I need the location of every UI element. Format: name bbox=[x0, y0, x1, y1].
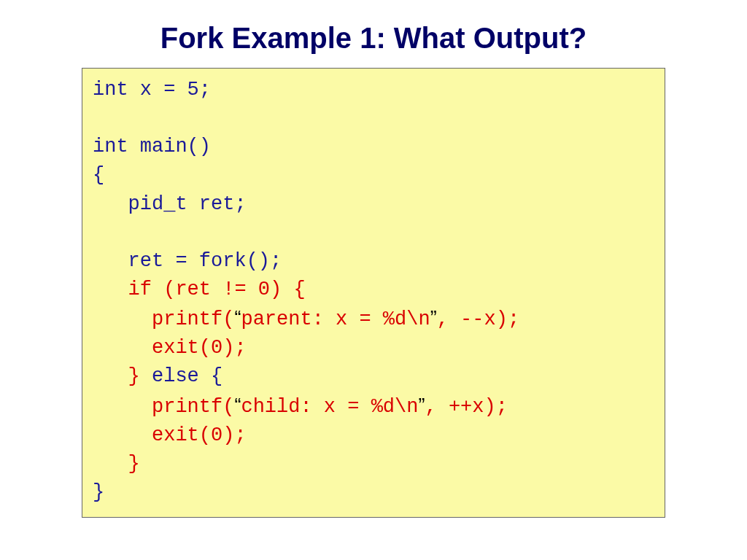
code-line: { bbox=[93, 164, 104, 186]
code-line: } else { bbox=[93, 365, 222, 387]
code-line: printf(“parent: x = %d\n”, --x); bbox=[93, 308, 519, 330]
code-line: exit(0); bbox=[93, 337, 247, 359]
code-line: } bbox=[93, 481, 104, 503]
code-line: pid_t ret; bbox=[93, 193, 247, 215]
code-line: if (ret != 0) { bbox=[93, 279, 306, 300]
code-line: exit(0); bbox=[93, 424, 247, 446]
code-line: int x = 5; bbox=[93, 79, 211, 101]
slide: Fork Example 1: What Output? int x = 5; … bbox=[0, 0, 747, 560]
code-line: printf(“child: x = %d\n”, ++x); bbox=[93, 396, 508, 418]
code-line: int main() bbox=[93, 136, 211, 158]
code-block: int x = 5; int main() { pid_t ret; ret =… bbox=[82, 68, 665, 518]
code-line: ret = fork(); bbox=[93, 250, 282, 272]
code-line: } bbox=[93, 453, 140, 475]
slide-title: Fork Example 1: What Output? bbox=[0, 22, 747, 55]
